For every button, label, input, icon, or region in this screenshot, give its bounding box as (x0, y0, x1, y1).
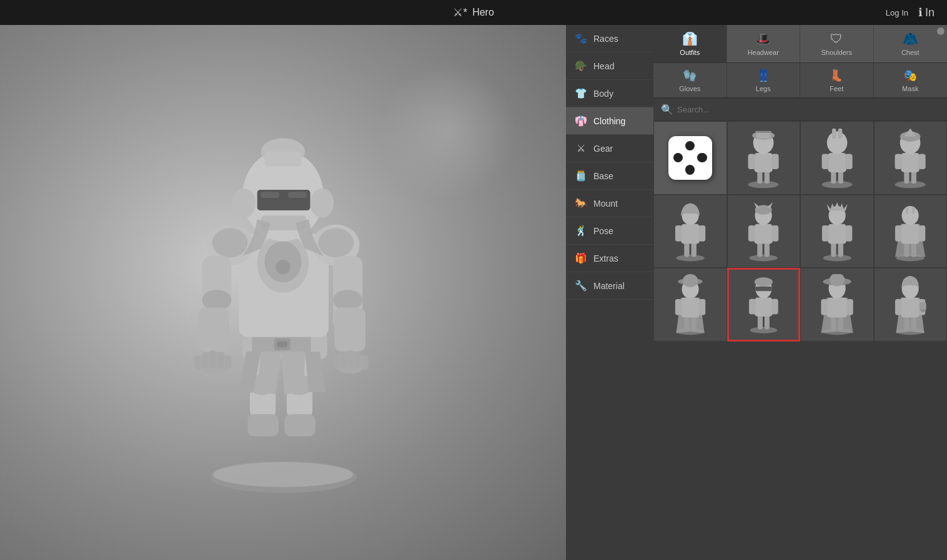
svg-rect-35 (348, 350, 354, 367)
svg-point-77 (676, 255, 704, 262)
pose-icon: 🕺 (575, 225, 587, 237)
svg-point-49 (748, 181, 779, 188)
grid-item-1[interactable] (727, 121, 801, 195)
tab-shoulders[interactable]: 🛡 Shoulders (800, 25, 874, 62)
svg-rect-81 (675, 225, 682, 242)
grid-item-6[interactable] (800, 195, 874, 268)
svg-rect-11 (277, 341, 288, 346)
extras-icon: 🎁 (575, 252, 587, 264)
sidebar-label-material: Material (593, 281, 625, 291)
tab-chest-label: Chest (901, 49, 920, 56)
tab-feet[interactable]: 👢 Feet (800, 63, 874, 97)
svg-point-44 (232, 188, 256, 217)
grid-item-8[interactable] (653, 268, 727, 341)
svg-rect-72 (895, 154, 902, 169)
search-bar: 🔍 (653, 99, 947, 121)
tab-mask[interactable]: 🎭 Mask (874, 63, 948, 97)
headwear-icon: 🎩 (755, 31, 771, 46)
sidebar-item-body[interactable]: 👕 Body (566, 80, 653, 107)
svg-rect-63 (821, 154, 828, 169)
grid-item-5[interactable] (727, 195, 801, 268)
search-icon: 🔍 (661, 104, 673, 115)
app-title: Hero (472, 7, 494, 18)
outfits-icon: 👔 (682, 31, 698, 46)
legs-icon: 👖 (756, 69, 770, 82)
svg-rect-87 (754, 224, 773, 244)
tab-outfits[interactable]: 👔 Outfits (653, 25, 727, 62)
info-button[interactable]: ℹ In (918, 6, 935, 19)
app-title-area: ⚔* Hero (453, 6, 494, 19)
grid-item-2[interactable] (800, 121, 874, 195)
sidebar-label-extras: Extras (593, 253, 618, 263)
svg-rect-25 (335, 307, 366, 351)
svg-rect-89 (772, 225, 779, 242)
search-input[interactable] (677, 105, 940, 114)
grid-item-selected[interactable] (727, 268, 801, 341)
tab-gloves[interactable]: 🧤 Gloves (653, 63, 727, 97)
sidebar-item-pose[interactable]: 🕺 Pose (566, 217, 653, 245)
svg-rect-28 (195, 355, 201, 370)
svg-rect-6 (247, 414, 279, 436)
svg-point-45 (310, 188, 334, 217)
svg-rect-121 (749, 299, 755, 315)
grid-item-4[interactable] (653, 195, 727, 268)
sidebar-item-head[interactable]: 🪖 Head (566, 52, 653, 80)
svg-rect-104 (919, 225, 926, 242)
sidebar-item-clothing[interactable]: 👘 Clothing (566, 107, 653, 135)
mount-icon: 🐎 (575, 197, 587, 209)
grid-item-3[interactable] (874, 121, 948, 195)
head-icon: 🪖 (575, 60, 587, 72)
right-panel: 👔 Outfits 🎩 Headwear 🛡 Shoulders 🧥 Chest… (653, 25, 947, 560)
sidebar-item-mount[interactable]: 🐎 Mount (566, 190, 653, 217)
svg-rect-67 (838, 128, 842, 138)
sidebar-item-extras[interactable]: 🎁 Extras (566, 245, 653, 272)
svg-rect-7 (284, 414, 315, 436)
sidebar-item-base[interactable]: 🫙 Base (566, 162, 653, 190)
svg-point-105 (902, 206, 919, 225)
category-tabs-row2: 🧤 Gloves 👖 Legs 👢 Feet 🎭 Mask (653, 63, 947, 99)
feet-icon: 👢 (830, 69, 843, 82)
sidebar-label-clothing: Clothing (593, 116, 625, 126)
sidebar-label-head: Head (593, 61, 614, 71)
svg-rect-82 (698, 225, 705, 242)
hero-icon: ⚔* (453, 6, 467, 19)
svg-rect-111 (681, 297, 700, 317)
tab-outfits-label: Outfits (680, 49, 700, 56)
svg-rect-54 (771, 154, 778, 169)
grid-item-11[interactable] (874, 268, 948, 341)
login-button[interactable]: Log In (886, 8, 908, 17)
svg-rect-47 (261, 192, 279, 197)
grid-item-10[interactable] (800, 268, 874, 341)
grid-item-7[interactable] (874, 195, 948, 268)
category-tabs-row1: 👔 Outfits 🎩 Headwear 🛡 Shoulders 🧥 Chest (653, 25, 947, 63)
sidebar-item-material[interactable]: 🔧 Material (566, 272, 653, 300)
svg-rect-122 (771, 299, 778, 315)
clothing-icon: 👘 (575, 115, 587, 127)
svg-rect-71 (901, 153, 920, 172)
material-icon: 🔧 (575, 280, 587, 292)
character-figure (164, 87, 402, 499)
svg-point-117 (750, 327, 777, 333)
svg-rect-31 (218, 351, 224, 368)
body-icon: 👕 (575, 87, 587, 99)
chest-icon: 🧥 (903, 31, 918, 46)
tab-chest[interactable]: 🧥 Chest (874, 25, 948, 62)
base-icon: 🫙 (575, 170, 587, 182)
tab-headwear[interactable]: 🎩 Headwear (727, 25, 801, 62)
svg-rect-113 (698, 299, 705, 315)
svg-rect-48 (288, 192, 306, 197)
random-item[interactable] (653, 121, 727, 195)
info-circle-icon: ℹ (918, 6, 923, 19)
viewport (0, 25, 566, 560)
svg-rect-96 (822, 225, 829, 242)
svg-rect-125 (755, 287, 771, 291)
sidebar-item-races[interactable]: 🐾 Races (566, 25, 653, 52)
sidebar-label-races: Races (593, 34, 618, 44)
svg-point-84 (750, 255, 778, 262)
svg-point-22 (202, 290, 231, 310)
tab-legs[interactable]: 👖 Legs (727, 63, 801, 97)
svg-point-65 (826, 131, 847, 154)
sidebar-label-pose: Pose (593, 226, 613, 236)
svg-rect-138 (901, 297, 920, 317)
sidebar-item-gear[interactable]: ⚔ Gear (566, 135, 653, 162)
